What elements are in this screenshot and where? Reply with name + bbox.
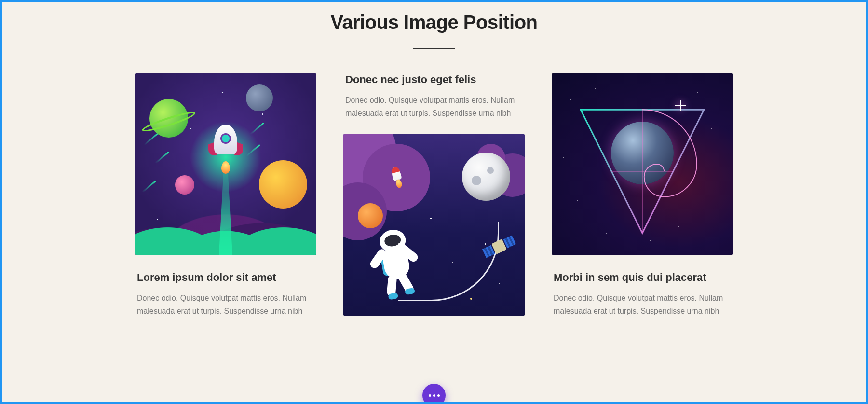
card-3-body: Donec odio. Quisque volutpat mattis eros… <box>554 292 731 318</box>
content-wrapper: Various Image Position <box>130 12 738 318</box>
planet-pink-icon <box>175 175 194 195</box>
title-divider <box>413 48 455 49</box>
planet-orange-icon <box>358 203 383 228</box>
card-3-text: Morbi in sem quis dui placerat Donec odi… <box>552 271 733 318</box>
card-3: Morbi in sem quis dui placerat Donec odi… <box>552 73 733 318</box>
astronaut-icon <box>363 221 433 303</box>
card-2-body: Donec odio. Quisque volutpat mattis eros… <box>345 94 523 120</box>
card-2-text: Donec nec justo eget felis Donec odio. Q… <box>343 73 525 120</box>
dot-icon <box>429 394 431 397</box>
planet-grey-icon <box>246 84 273 111</box>
card-1-image <box>135 73 316 255</box>
card-1-body: Donec odio. Quisque volutpat mattis eros… <box>137 292 314 318</box>
planet-saturn-icon <box>149 99 188 138</box>
card-3-title: Morbi in sem quis dui placerat <box>554 271 731 284</box>
rocket-icon <box>214 125 237 167</box>
card-2-title: Donec nec justo eget felis <box>345 73 523 86</box>
card-2-image <box>343 134 525 316</box>
card-1-text: Lorem ipsum dolor sit amet Donec odio. Q… <box>135 271 316 318</box>
more-options-button[interactable] <box>422 384 446 404</box>
moon-icon <box>462 153 510 201</box>
card-3-image <box>552 73 733 255</box>
dot-icon <box>437 394 440 397</box>
dot-icon <box>433 394 435 397</box>
sparkle-icon <box>675 100 686 111</box>
planet-yellow-icon <box>259 160 307 209</box>
card-1-title: Lorem ipsum dolor sit amet <box>137 271 314 284</box>
card-2: Donec nec justo eget felis Donec odio. Q… <box>343 73 525 316</box>
triangle-geometry-icon <box>552 73 733 255</box>
card-1: Lorem ipsum dolor sit amet Donec odio. Q… <box>135 73 316 318</box>
section-title: Various Image Position <box>135 12 733 33</box>
card-row: Lorem ipsum dolor sit amet Donec odio. Q… <box>135 73 733 318</box>
